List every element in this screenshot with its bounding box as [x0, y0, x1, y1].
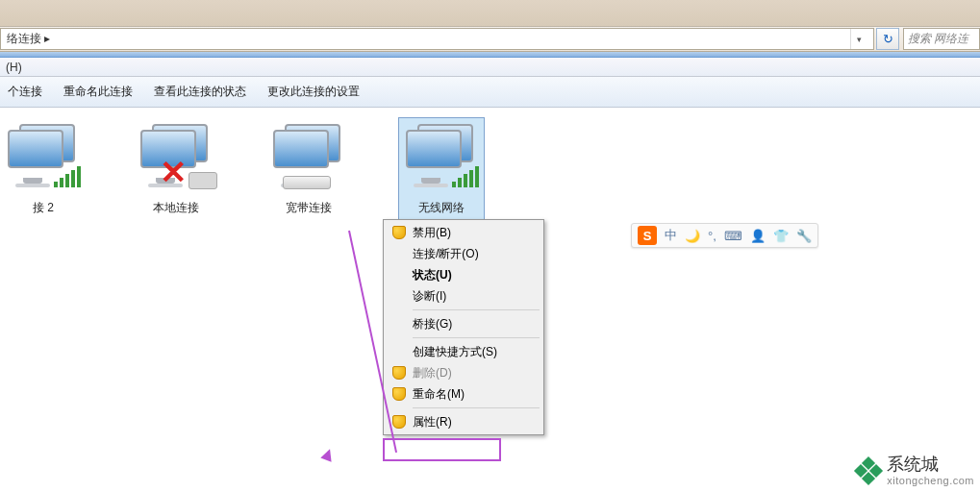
ime-logo-icon[interactable]: S — [638, 226, 657, 245]
connection-label: 无线网络 — [418, 201, 465, 216]
annotation-highlight — [383, 438, 501, 461]
refresh-icon: ↻ — [883, 32, 893, 46]
menu-bar: (H) — [0, 58, 980, 77]
disabled-x-icon: ✕ — [160, 153, 187, 191]
menu-help[interactable]: (H) — [6, 61, 22, 74]
shield-icon — [391, 386, 407, 402]
ime-punct-icon[interactable]: °, — [708, 229, 716, 243]
modem-icon — [283, 176, 331, 189]
watermark-title: 系统城 — [887, 455, 974, 475]
search-input[interactable]: 搜索 网络连 — [903, 28, 980, 50]
ctx-properties[interactable]: 属性(R) — [386, 411, 541, 432]
watermark: 系统城 xitongcheng.com — [856, 455, 974, 486]
separator — [413, 309, 540, 310]
ctx-shortcut[interactable]: 创建快捷方式(S) — [386, 341, 541, 362]
content-area: 接 2 ✕ 本地连接 宽带连接 无线网络 禁用(B) — [0, 108, 980, 492]
address-row: 络连接 ▸ ▾ ↻ 搜索 网络连 — [0, 27, 980, 52]
address-path: 络连接 ▸ — [7, 31, 50, 47]
refresh-button[interactable]: ↻ — [876, 28, 899, 50]
ctx-connect[interactable]: 连接/断开(O) — [386, 243, 541, 264]
shield-icon — [391, 365, 407, 381]
ime-skin-icon[interactable]: 👕 — [773, 229, 789, 243]
connection-item[interactable]: 宽带连接 — [265, 117, 352, 221]
ctx-status[interactable]: 状态(U) — [386, 264, 541, 285]
window-titlebar — [0, 0, 980, 27]
address-dropdown-icon[interactable]: ▾ — [850, 29, 867, 49]
monitor-icon — [404, 122, 479, 197]
context-menu: 禁用(B) 连接/断开(O) 状态(U) 诊断(I) 桥接(G) 创建快捷方式(… — [383, 219, 544, 435]
toolbar-item[interactable]: 查看此连接的状态 — [154, 84, 246, 100]
ctx-bridge[interactable]: 桥接(G) — [386, 313, 541, 334]
cable-icon — [188, 172, 217, 189]
connection-list: 接 2 ✕ 本地连接 宽带连接 无线网络 — [0, 117, 980, 221]
annotation-arrow-head — [320, 447, 335, 461]
monitor-icon: ✕ — [138, 122, 214, 197]
ime-user-icon[interactable]: 👤 — [750, 229, 766, 243]
watermark-logo-icon — [856, 458, 881, 483]
monitor-icon — [6, 122, 81, 197]
shield-icon — [391, 225, 407, 240]
ime-wrench-icon[interactable]: 🔧 — [796, 229, 812, 243]
shield-icon — [391, 414, 407, 430]
separator — [413, 337, 540, 338]
toolbar-item[interactable]: 重命名此连接 — [63, 84, 133, 100]
ime-lang[interactable]: 中 — [665, 227, 677, 244]
ime-moon-icon[interactable]: 🌙 — [685, 229, 700, 243]
watermark-url: xitongcheng.com — [887, 475, 974, 486]
monitor-icon — [271, 122, 346, 197]
search-placeholder: 搜索 网络连 — [908, 31, 968, 47]
toolbar-item[interactable]: 更改此连接的设置 — [267, 84, 360, 100]
ctx-disable[interactable]: 禁用(B) — [386, 222, 541, 243]
ctx-rename[interactable]: 重命名(M) — [386, 383, 541, 405]
connection-label: 接 2 — [33, 201, 54, 216]
ctx-delete: 删除(D) — [386, 362, 541, 383]
connection-item[interactable]: ✕ 本地连接 — [133, 117, 219, 221]
connection-item[interactable]: 接 2 — [0, 117, 87, 221]
connection-label: 宽带连接 — [286, 201, 332, 216]
ime-toolbar[interactable]: S 中 🌙 °, ⌨ 👤 👕 🔧 — [631, 223, 818, 248]
ctx-diagnose[interactable]: 诊断(I) — [386, 285, 541, 307]
separator — [413, 407, 540, 408]
toolbar-item[interactable]: 个连接 — [8, 84, 42, 100]
address-bar[interactable]: 络连接 ▸ ▾ — [0, 28, 874, 50]
connection-label: 本地连接 — [153, 201, 199, 216]
toolbar: 个连接 重命名此连接 查看此连接的状态 更改此连接的设置 — [0, 77, 980, 108]
ime-keyboard-icon[interactable]: ⌨ — [724, 229, 742, 243]
connection-item-selected[interactable]: 无线网络 — [398, 117, 485, 221]
